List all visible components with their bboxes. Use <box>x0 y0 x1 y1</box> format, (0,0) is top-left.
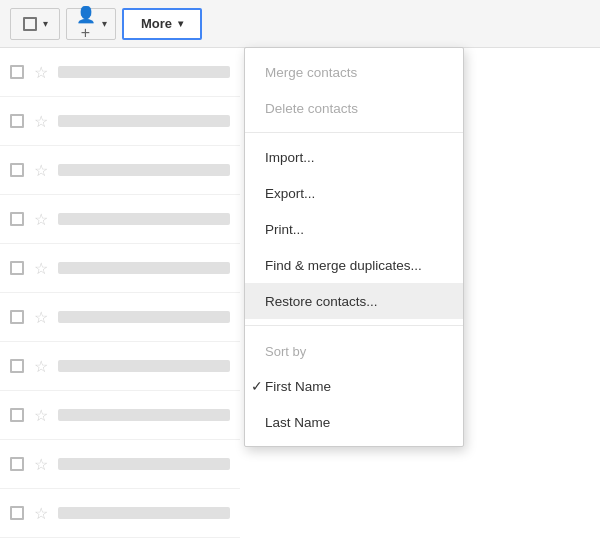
star-icon[interactable]: ☆ <box>34 406 48 425</box>
star-icon[interactable]: ☆ <box>34 455 48 474</box>
sort-by-label: Sort by <box>265 344 306 359</box>
contact-name <box>58 262 230 274</box>
star-icon[interactable]: ☆ <box>34 210 48 229</box>
delete-contacts-label: Delete contacts <box>265 101 358 116</box>
delete-contacts-item[interactable]: Delete contacts <box>245 90 463 126</box>
find-merge-item[interactable]: Find & merge duplicates... <box>245 247 463 283</box>
list-item: ☆ <box>0 146 240 195</box>
select-all-button[interactable]: ▾ <box>10 8 60 40</box>
chevron-down-icon: ▾ <box>43 18 48 29</box>
star-icon[interactable]: ☆ <box>34 259 48 278</box>
contact-name <box>58 360 230 372</box>
last-name-label: Last Name <box>265 415 330 430</box>
list-item: ☆ <box>0 293 240 342</box>
row-checkbox[interactable] <box>10 310 24 324</box>
contact-name <box>58 409 230 421</box>
first-name-label: First Name <box>265 379 331 394</box>
contact-name <box>58 507 230 519</box>
export-label: Export... <box>265 186 315 201</box>
list-item: ☆ <box>0 489 240 538</box>
first-name-item[interactable]: ✓ First Name <box>245 368 463 404</box>
star-icon[interactable]: ☆ <box>34 504 48 523</box>
star-icon[interactable]: ☆ <box>34 112 48 131</box>
row-checkbox[interactable] <box>10 359 24 373</box>
more-label: More <box>141 16 172 31</box>
row-checkbox[interactable] <box>10 408 24 422</box>
contact-name <box>58 311 230 323</box>
print-label: Print... <box>265 222 304 237</box>
list-item: ☆ <box>0 97 240 146</box>
export-item[interactable]: Export... <box>245 175 463 211</box>
sort-by-header: Sort by <box>245 332 463 368</box>
checkbox-icon <box>23 17 37 31</box>
checkmark-icon: ✓ <box>251 378 263 394</box>
row-checkbox[interactable] <box>10 163 24 177</box>
list-item: ☆ <box>0 195 240 244</box>
merge-contacts-item[interactable]: Merge contacts <box>245 54 463 90</box>
last-name-item[interactable]: Last Name <box>245 404 463 440</box>
list-item: ☆ <box>0 440 240 489</box>
contact-name <box>58 115 230 127</box>
print-item[interactable]: Print... <box>245 211 463 247</box>
star-icon[interactable]: ☆ <box>34 63 48 82</box>
contact-name <box>58 458 230 470</box>
toolbar: ▾ 👤+ ▾ More ▾ <box>0 0 600 48</box>
more-button[interactable]: More ▾ <box>122 8 202 40</box>
list-item: ☆ <box>0 391 240 440</box>
contact-name <box>58 213 230 225</box>
contact-name <box>58 66 230 78</box>
row-checkbox[interactable] <box>10 457 24 471</box>
import-item[interactable]: Import... <box>245 139 463 175</box>
merge-contacts-label: Merge contacts <box>265 65 357 80</box>
row-checkbox[interactable] <box>10 261 24 275</box>
find-merge-label: Find & merge duplicates... <box>265 258 422 273</box>
star-icon[interactable]: ☆ <box>34 357 48 376</box>
import-label: Import... <box>265 150 315 165</box>
restore-contacts-label: Restore contacts... <box>265 294 378 309</box>
add-contact-button[interactable]: 👤+ ▾ <box>66 8 116 40</box>
star-icon[interactable]: ☆ <box>34 308 48 327</box>
list-item: ☆ <box>0 342 240 391</box>
row-checkbox[interactable] <box>10 65 24 79</box>
more-dropdown-menu: Merge contacts Delete contacts Import...… <box>244 47 464 447</box>
contact-list: ☆ ☆ ☆ ☆ ☆ ☆ ☆ ☆ ☆ ☆ <box>0 48 240 538</box>
chevron-down-icon: ▾ <box>178 18 183 29</box>
row-checkbox[interactable] <box>10 114 24 128</box>
list-item: ☆ <box>0 244 240 293</box>
row-checkbox[interactable] <box>10 212 24 226</box>
menu-section-manage: Merge contacts Delete contacts <box>245 48 463 133</box>
star-icon[interactable]: ☆ <box>34 161 48 180</box>
chevron-down-icon: ▾ <box>102 18 107 29</box>
menu-section-io: Import... Export... Print... Find & merg… <box>245 133 463 326</box>
menu-section-sort: Sort by ✓ First Name Last Name <box>245 326 463 446</box>
restore-contacts-item[interactable]: Restore contacts... <box>245 283 463 319</box>
contact-name <box>58 164 230 176</box>
list-item: ☆ <box>0 48 240 97</box>
row-checkbox[interactable] <box>10 506 24 520</box>
add-person-icon: 👤+ <box>75 5 96 42</box>
